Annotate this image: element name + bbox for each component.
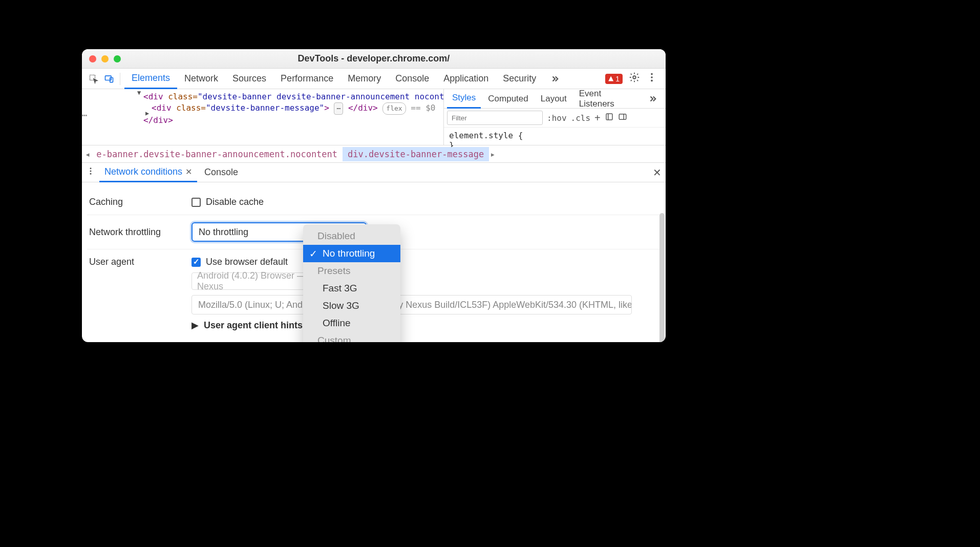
tab-performance[interactable]: Performance — [273, 69, 340, 89]
toolbar-right: 1 — [605, 72, 661, 86]
use-browser-default-checkbox[interactable] — [191, 258, 201, 267]
error-count-badge[interactable]: 1 — [605, 74, 623, 84]
dom-line[interactable]: <div class="devsite-banner-message"> ⋯ <… — [92, 102, 438, 115]
ua-string-value: Mozilla/5.0 (Linux; U; Android 4.0.2; en… — [198, 300, 632, 310]
caret-icon[interactable]: ▼ — [137, 89, 141, 96]
titlebar: DevTools - developer.chrome.com/ — [82, 49, 666, 69]
caret-icon[interactable]: ▶ — [145, 110, 149, 117]
gear-icon[interactable] — [629, 72, 640, 86]
caching-row: Caching Disable cache — [87, 190, 661, 215]
new-style-rule-icon[interactable]: + — [594, 112, 601, 124]
dropdown-item-slow-3g[interactable]: Slow 3G — [303, 297, 400, 314]
dropdown-item-offline[interactable]: Offline — [303, 314, 400, 332]
inspect-element-icon[interactable] — [87, 72, 100, 86]
tab-console[interactable]: Console — [388, 69, 436, 89]
dom-line[interactable]: <div class="devsite-banner devsite-banne… — [92, 91, 438, 102]
breadcrumb-prev-icon[interactable]: ◂ — [84, 149, 91, 159]
elements-upper: ▼ ▶ ⋯ <div class="devsite-banner devsite… — [82, 89, 666, 145]
dom-line[interactable]: </div> — [92, 115, 438, 126]
dropdown-item-no-throttling[interactable]: No throttling — [303, 245, 400, 262]
styles-tabs-overflow-icon[interactable] — [643, 89, 663, 109]
svg-point-3 — [633, 76, 636, 79]
caching-label: Caching — [89, 197, 191, 207]
stab-event-listeners[interactable]: Event Listeners — [574, 89, 641, 109]
tab-sources[interactable]: Sources — [225, 69, 273, 89]
dropdown-item-fast-3g[interactable]: Fast 3G — [303, 280, 400, 297]
hov-button[interactable]: :hov — [547, 113, 567, 123]
tab-application[interactable]: Application — [436, 69, 496, 89]
svg-rect-8 — [619, 114, 626, 119]
scrollbar[interactable] — [659, 213, 665, 342]
throttling-select-value: No throttling — [199, 227, 248, 238]
dropdown-header: Disabled — [303, 227, 400, 245]
breadcrumb-item-selected[interactable]: div.devsite-banner-message — [343, 147, 489, 161]
styles-tabs: Styles Computed Layout Event Listeners — [444, 89, 666, 109]
use-browser-default-label: Use browser default — [206, 257, 288, 267]
style-rule: element.style { — [449, 131, 661, 140]
dropdown-header: Custom — [303, 332, 400, 342]
svg-point-10 — [90, 171, 92, 172]
main-toolbar: Elements Network Sources Performance Mem… — [82, 69, 666, 89]
toolbar-separator — [120, 73, 120, 85]
expand-ellipsis-icon[interactable]: ⋯ — [334, 102, 343, 115]
tab-network[interactable]: Network — [177, 69, 225, 89]
tabs-overflow-icon[interactable] — [543, 69, 567, 89]
drawer-close-icon[interactable]: ✕ — [653, 166, 662, 179]
stab-styles[interactable]: Styles — [447, 89, 481, 109]
dom-breadcrumb: ◂ e-banner.devsite-banner-announcement.n… — [82, 145, 666, 163]
kebab-menu-icon[interactable] — [646, 72, 657, 86]
breadcrumb-next-icon[interactable]: ▸ — [489, 149, 496, 159]
useragent-label: User agent — [89, 257, 191, 267]
computed-styles-icon[interactable] — [605, 112, 614, 124]
flex-badge[interactable]: flex — [382, 102, 406, 115]
drawer-tab-network-conditions[interactable]: Network conditions ✕ — [99, 163, 197, 182]
svg-point-9 — [90, 167, 92, 169]
stab-layout[interactable]: Layout — [536, 89, 572, 109]
dom-tree[interactable]: ▼ ▶ ⋯ <div class="devsite-banner devsite… — [82, 89, 443, 145]
disclosure-triangle-icon[interactable]: ▶ — [191, 320, 199, 331]
cls-button[interactable]: .cls — [571, 113, 591, 123]
dropdown-header: Presets — [303, 262, 400, 280]
svg-point-6 — [651, 80, 653, 82]
throttling-dropdown: Disabled No throttling Presets Fast 3G S… — [303, 224, 400, 342]
svg-point-5 — [651, 76, 653, 78]
tab-memory[interactable]: Memory — [340, 69, 388, 89]
panel-tabs: Elements Network Sources Performance Mem… — [124, 69, 603, 89]
breadcrumb-item[interactable]: e-banner.devsite-banner-announcement.noc… — [91, 147, 343, 161]
drawer-tabs: Network conditions ✕ Console ✕ — [82, 163, 666, 182]
drawer-tab-console[interactable]: Console — [199, 163, 243, 182]
throttling-label: Network throttling — [89, 227, 191, 238]
drawer-menu-icon[interactable] — [86, 166, 95, 178]
device-toggle-icon[interactable] — [102, 72, 116, 86]
error-count-value: 1 — [615, 75, 620, 83]
styles-panel: Styles Computed Layout Event Listeners :… — [443, 89, 666, 145]
styles-filter-input[interactable] — [447, 111, 543, 125]
toggle-sidebar-icon[interactable] — [618, 112, 627, 124]
ua-hints-label: User agent client hints — [204, 320, 303, 331]
devtools-window: DevTools - developer.chrome.com/ Element… — [82, 49, 666, 342]
svg-point-11 — [90, 173, 92, 175]
tab-security[interactable]: Security — [496, 69, 543, 89]
svg-rect-7 — [606, 114, 612, 120]
close-tab-icon[interactable]: ✕ — [185, 167, 192, 177]
stab-computed[interactable]: Computed — [483, 89, 533, 109]
dom-gutter-ellipsis: ⋯ — [82, 110, 88, 120]
styles-filter-row: :hov .cls + — [444, 109, 666, 128]
svg-point-4 — [651, 73, 653, 75]
tab-elements[interactable]: Elements — [124, 69, 177, 89]
window-title: DevTools - developer.chrome.com/ — [82, 53, 666, 64]
drawer-tab-label: Network conditions — [104, 166, 182, 177]
ua-string-input[interactable]: Mozilla/5.0 (Linux; U; Android 4.0.2; en… — [191, 295, 632, 314]
disable-cache-label: Disable cache — [206, 197, 264, 207]
disable-cache-checkbox[interactable] — [191, 198, 201, 207]
